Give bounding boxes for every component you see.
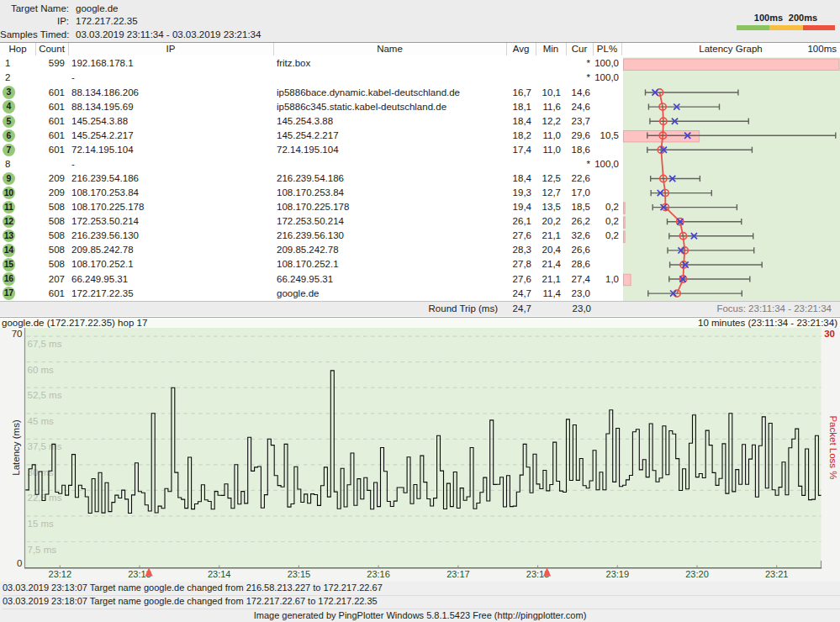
svg-text:23:14: 23:14 xyxy=(208,569,231,579)
svg-text:23:15: 23:15 xyxy=(288,569,311,579)
svg-text:23:21: 23:21 xyxy=(765,569,789,579)
svg-text:30: 30 xyxy=(824,329,835,339)
svg-text:Latency (ms): Latency (ms) xyxy=(11,419,21,476)
svg-text:60 ms: 60 ms xyxy=(28,365,55,375)
svg-text:22,5 ms: 22,5 ms xyxy=(28,493,62,503)
svg-text:37,5 ms: 37,5 ms xyxy=(28,441,62,451)
svg-text:23:16: 23:16 xyxy=(367,569,390,579)
svg-text:Packet Loss %: Packet Loss % xyxy=(828,415,838,479)
svg-text:23:12: 23:12 xyxy=(49,569,72,579)
svg-text:67,5 ms: 67,5 ms xyxy=(28,339,62,349)
svg-text:52,5 ms: 52,5 ms xyxy=(28,390,62,400)
svg-text:23:20: 23:20 xyxy=(685,569,709,579)
svg-text:0: 0 xyxy=(17,558,22,568)
svg-text:45 ms: 45 ms xyxy=(28,416,55,426)
svg-text:15 ms: 15 ms xyxy=(28,519,55,529)
svg-text:23:17: 23:17 xyxy=(446,569,470,579)
svg-text:70: 70 xyxy=(12,329,23,339)
svg-text:7,5 ms: 7,5 ms xyxy=(28,545,57,555)
svg-text:23:19: 23:19 xyxy=(606,569,630,579)
